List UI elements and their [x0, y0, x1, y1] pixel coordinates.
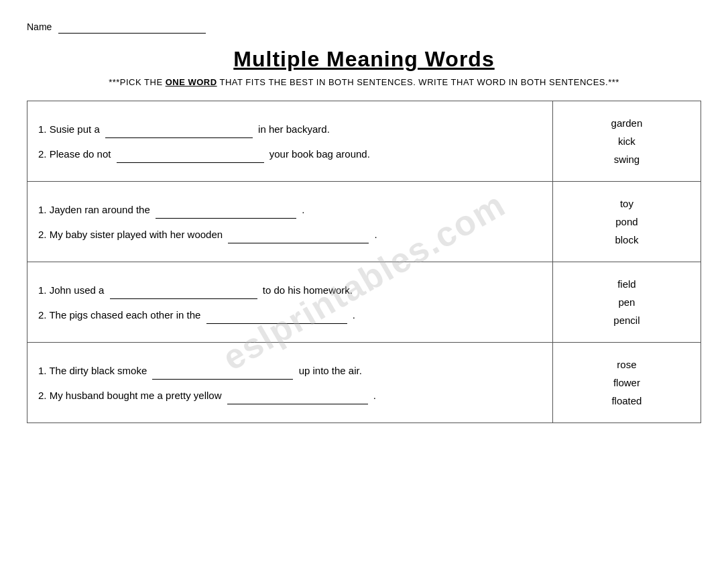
sentence-1-2: 2. Please do not your book bag around. — [38, 145, 542, 163]
sentence-4-2: 2. My husband bought me a pretty yellow … — [38, 386, 542, 404]
word-item-1-3: swing — [614, 154, 640, 165]
word-item-4-2: flower — [613, 377, 640, 388]
sentence-cell-1: 1. Susie put a in her backyard.2. Please… — [27, 101, 553, 182]
sentence-cell-4: 1. The dirty black smoke up into the air… — [27, 343, 553, 423]
word-item-3-3: pencil — [613, 315, 640, 326]
table-row: 1. Susie put a in her backyard.2. Please… — [27, 101, 701, 182]
table-row: 1. John used a to do his homework.2. The… — [27, 262, 701, 343]
word-cell-3: fieldpenpencil — [552, 262, 701, 343]
sentence-2-2: 2. My baby sister played with her wooden… — [38, 225, 542, 243]
word-item-1-2: kick — [618, 135, 635, 147]
sentence-cell-3: 1. John used a to do his homework.2. The… — [27, 262, 553, 343]
word-item-2-2: pond — [615, 216, 638, 227]
sentence-3-2: 2. The pigs chased each other in the . — [38, 306, 542, 324]
name-label: Name — [27, 21, 52, 32]
subtitle-post: THAT FITS THE BEST IN BOTH SENTENCES. WR… — [217, 77, 619, 87]
sentence-cell-2: 1. Jayden ran around the .2. My baby sis… — [27, 182, 553, 262]
table-row: 1. The dirty black smoke up into the air… — [27, 343, 701, 423]
name-line: Name — [27, 20, 701, 34]
word-cell-2: toypondblock — [552, 182, 701, 262]
worksheet-table: 1. Susie put a in her backyard.2. Please… — [27, 101, 701, 423]
word-cell-1: gardenkickswing — [552, 101, 701, 182]
subtitle-pre: ***PICK THE — [109, 77, 166, 87]
sentence-4-1: 1. The dirty black smoke up into the air… — [38, 361, 542, 380]
page-title: Multiple Meaning Words — [27, 47, 701, 72]
table-row: 1. Jayden ran around the .2. My baby sis… — [27, 182, 701, 262]
word-item-4-3: floated — [611, 395, 642, 406]
word-item-3-2: pen — [618, 296, 635, 308]
word-item-4-1: rose — [617, 359, 636, 370]
word-cell-4: roseflowerfloated — [552, 343, 701, 423]
word-item-2-1: toy — [620, 198, 633, 209]
word-item-1-1: garden — [611, 117, 643, 129]
subtitle-highlight: ONE WORD — [166, 77, 217, 87]
name-underline — [58, 20, 206, 34]
sentence-2-1: 1. Jayden ran around the . — [38, 201, 542, 219]
sentence-1-1: 1. Susie put a in her backyard. — [38, 120, 542, 138]
subtitle: ***PICK THE ONE WORD THAT FITS THE BEST … — [27, 77, 701, 87]
sentence-3-1: 1. John used a to do his homework. — [38, 281, 542, 299]
word-item-2-3: block — [615, 234, 638, 245]
word-item-3-1: field — [617, 278, 636, 290]
